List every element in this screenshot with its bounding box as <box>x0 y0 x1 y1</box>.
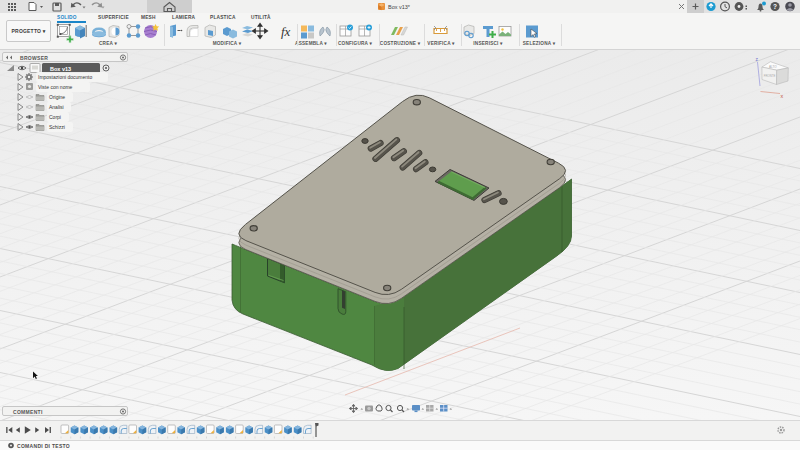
svg-text:Viste con nome: Viste con nome <box>38 84 73 90</box>
svg-text:FRONTE: FRONTE <box>764 74 776 78</box>
svg-text:Origine: Origine <box>49 94 65 100</box>
svg-text:?: ? <box>773 3 777 10</box>
svg-text:X: X <box>781 94 784 99</box>
svg-text:COMMENTI: COMMENTI <box>13 409 43 415</box>
svg-text:Impostazioni documento: Impostazioni documento <box>38 74 92 80</box>
svg-text:Analisi: Analisi <box>49 104 64 110</box>
svg-text:Corpi: Corpi <box>49 114 61 120</box>
svg-text:ALTO: ALTO <box>769 65 777 69</box>
svg-text:fx: fx <box>281 24 291 39</box>
svg-text:Box v13: Box v13 <box>50 66 71 72</box>
svg-text:Schizzi: Schizzi <box>49 124 65 130</box>
svg-text:Box v13*: Box v13* <box>388 4 411 10</box>
svg-text:BROWSER: BROWSER <box>20 55 48 61</box>
svg-text:COMANDI DI TESTO: COMANDI DI TESTO <box>17 443 70 449</box>
